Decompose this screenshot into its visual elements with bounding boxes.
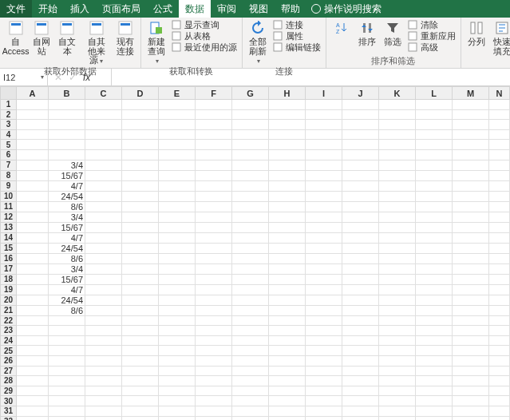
cell-L25[interactable]	[416, 346, 453, 356]
cell-M14[interactable]	[453, 232, 489, 243]
cell-G25[interactable]	[232, 346, 269, 356]
cell-H2[interactable]	[269, 109, 306, 120]
cell-I12[interactable]	[306, 212, 342, 222]
cell-I32[interactable]	[306, 416, 342, 420]
row-header-5[interactable]: 5	[1, 140, 17, 150]
cell-G22[interactable]	[232, 315, 269, 326]
cell-C25[interactable]	[85, 346, 122, 356]
cell-K24[interactable]	[379, 335, 416, 346]
cell-C2[interactable]	[85, 109, 122, 120]
cell-L3[interactable]	[416, 120, 453, 130]
column-header-H[interactable]: H	[269, 87, 306, 100]
cell-A19[interactable]	[17, 284, 49, 295]
cell-E29[interactable]	[159, 386, 196, 396]
cell-B2[interactable]	[49, 109, 85, 120]
cell-H23[interactable]	[269, 326, 306, 336]
cell-H8[interactable]	[269, 170, 306, 180]
cell-F27[interactable]	[196, 366, 232, 376]
cell-B7[interactable]: 3/4	[49, 160, 85, 170]
cell-D24[interactable]	[122, 335, 159, 346]
cell-K15[interactable]	[379, 243, 416, 253]
cell-A21[interactable]	[17, 305, 49, 315]
cell-G30[interactable]	[232, 396, 269, 406]
chevron-down-icon[interactable]: ▾	[39, 73, 44, 81]
cell-E10[interactable]	[159, 191, 196, 201]
cell-I3[interactable]	[306, 120, 342, 130]
row-header-13[interactable]: 13	[1, 222, 17, 232]
cell-H27[interactable]	[269, 366, 306, 376]
cell-I5[interactable]	[306, 140, 342, 150]
cell-C10[interactable]	[85, 191, 122, 201]
cell-I18[interactable]	[306, 274, 342, 284]
cell-E18[interactable]	[159, 274, 196, 284]
cell-B17[interactable]: 3/4	[49, 263, 85, 274]
cell-C23[interactable]	[85, 326, 122, 336]
cell-D25[interactable]	[122, 346, 159, 356]
cell-G24[interactable]	[232, 335, 269, 346]
cell-A29[interactable]	[17, 386, 49, 396]
cell-F32[interactable]	[196, 416, 232, 420]
cell-M4[interactable]	[453, 129, 489, 140]
cell-I11[interactable]	[306, 201, 342, 212]
cell-C8[interactable]	[85, 170, 122, 180]
cell-J30[interactable]	[342, 396, 379, 406]
cell-G11[interactable]	[232, 201, 269, 212]
cell-D16[interactable]	[122, 253, 159, 263]
cell-C9[interactable]	[85, 180, 122, 191]
row-header-8[interactable]: 8	[1, 170, 17, 180]
cell-H12[interactable]	[269, 212, 306, 222]
menu-tab-帮助[interactable]: 帮助	[275, 0, 306, 18]
cell-M22[interactable]	[453, 315, 489, 326]
cell-L5[interactable]	[416, 140, 453, 150]
column-header-D[interactable]: D	[122, 87, 159, 100]
cell-K29[interactable]	[379, 386, 416, 396]
cell-N27[interactable]	[489, 366, 510, 376]
cell-A24[interactable]	[17, 335, 49, 346]
cell-M11[interactable]	[453, 201, 489, 212]
row-header-30[interactable]: 30	[1, 396, 17, 406]
cell-F26[interactable]	[196, 355, 232, 366]
cell-A16[interactable]	[17, 253, 49, 263]
row-header-19[interactable]: 19	[1, 284, 17, 295]
cell-I13[interactable]	[306, 222, 342, 232]
cell-I25[interactable]	[306, 346, 342, 356]
cell-J6[interactable]	[342, 149, 379, 160]
cell-G12[interactable]	[232, 212, 269, 222]
cell-N20[interactable]	[489, 295, 510, 305]
cell-I1[interactable]	[306, 100, 342, 110]
row-header-12[interactable]: 12	[1, 212, 17, 222]
cell-E9[interactable]	[159, 180, 196, 191]
cell-N21[interactable]	[489, 305, 510, 315]
cell-K30[interactable]	[379, 396, 416, 406]
cell-I28[interactable]	[306, 376, 342, 386]
menu-tab-页面布局[interactable]: 页面布局	[96, 0, 147, 18]
cell-D4[interactable]	[122, 129, 159, 140]
cell-E1[interactable]	[159, 100, 196, 110]
cell-G19[interactable]	[232, 284, 269, 295]
cell-G5[interactable]	[232, 140, 269, 150]
cell-B3[interactable]	[49, 120, 85, 130]
cell-D9[interactable]	[122, 180, 159, 191]
cell-B16[interactable]: 8/6	[49, 253, 85, 263]
cell-E21[interactable]	[159, 305, 196, 315]
cell-C32[interactable]	[85, 416, 122, 420]
cell-L1[interactable]	[416, 100, 453, 110]
cell-F19[interactable]	[196, 284, 232, 295]
cell-K2[interactable]	[379, 109, 416, 120]
cell-N13[interactable]	[489, 222, 510, 232]
cell-I8[interactable]	[306, 170, 342, 180]
cell-A6[interactable]	[17, 149, 49, 160]
cell-A22[interactable]	[17, 315, 49, 326]
cell-L13[interactable]	[416, 222, 453, 232]
cell-F22[interactable]	[196, 315, 232, 326]
row-header-31[interactable]: 31	[1, 406, 17, 416]
cell-F15[interactable]	[196, 243, 232, 253]
cell-N8[interactable]	[489, 170, 510, 180]
spreadsheet-grid[interactable]: ABCDEFGHIJKLMN12345673/4815/6794/71024/5…	[0, 86, 510, 420]
cell-H20[interactable]	[269, 295, 306, 305]
cell-I16[interactable]	[306, 253, 342, 263]
cell-K4[interactable]	[379, 129, 416, 140]
cell-D8[interactable]	[122, 170, 159, 180]
cell-L16[interactable]	[416, 253, 453, 263]
cell-H31[interactable]	[269, 406, 306, 416]
